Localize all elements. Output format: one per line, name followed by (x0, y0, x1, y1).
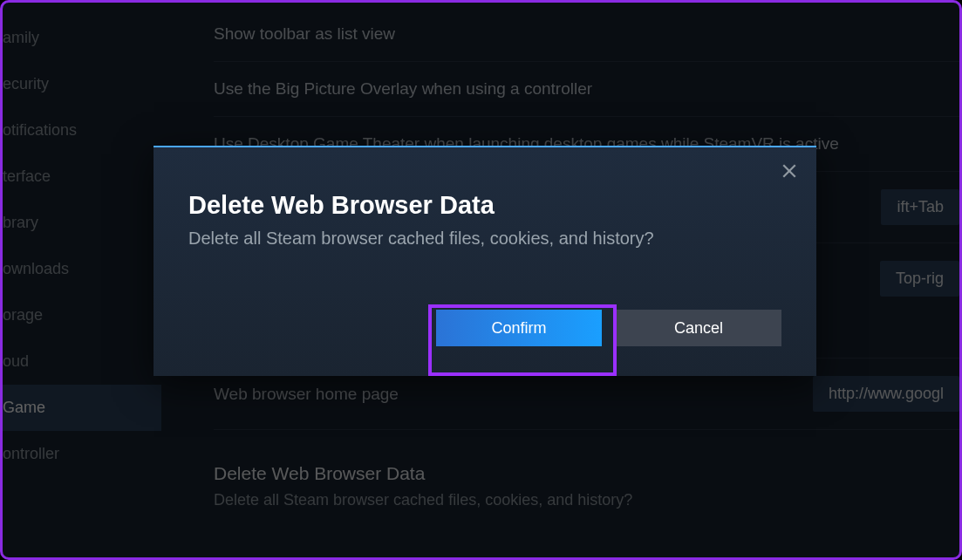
dialog-description: Delete all Steam browser cached files, c… (188, 229, 781, 249)
dialog-delete-browser-data: Delete Web Browser Data Delete all Steam… (154, 146, 816, 376)
confirm-button[interactable]: Confirm (436, 310, 602, 346)
close-icon[interactable] (781, 163, 799, 181)
dialog-title: Delete Web Browser Data (188, 191, 781, 220)
dialog-button-row: Confirm Cancel (188, 310, 781, 346)
cancel-button[interactable]: Cancel (616, 310, 781, 346)
